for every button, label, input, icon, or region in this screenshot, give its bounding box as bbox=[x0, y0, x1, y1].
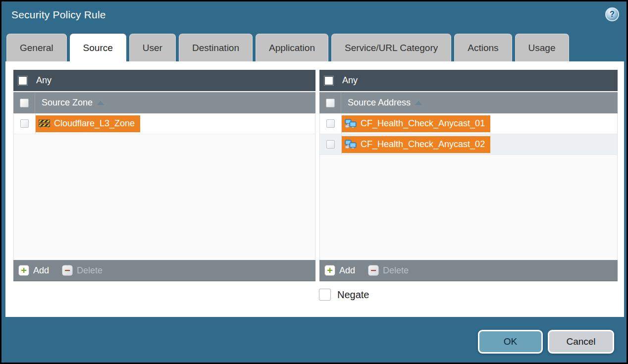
ok-button[interactable]: OK bbox=[478, 330, 543, 354]
sort-ascending-icon bbox=[415, 101, 422, 105]
address-icon bbox=[345, 119, 357, 128]
add-button-label: Add bbox=[339, 265, 355, 276]
source-address-column-header: Source Address bbox=[319, 91, 618, 113]
source-address-row-checkbox-1[interactable] bbox=[326, 119, 335, 128]
source-address-row-label-1: CF_Health_Check_Anycast_01 bbox=[361, 118, 485, 129]
source-address-row-label-2: CF_Health_Check_Anycast_02 bbox=[361, 139, 485, 150]
source-address-chip-2[interactable]: CF_Health_Check_Anycast_02 bbox=[342, 136, 490, 153]
source-zone-column-title[interactable]: Source Zone bbox=[42, 98, 104, 108]
source-address-any-bar: Any bbox=[319, 70, 618, 91]
source-zone-row[interactable]: Cloudflare_L3_Zone bbox=[14, 113, 315, 134]
delete-button-label: Delete bbox=[383, 265, 409, 276]
row-checkbox-cell bbox=[14, 113, 36, 134]
source-zone-column-label: Source Zone bbox=[42, 98, 93, 108]
zone-icon bbox=[39, 119, 50, 128]
source-address-row[interactable]: CF_Health_Check_Anycast_01 bbox=[320, 113, 617, 134]
negate-checkbox[interactable] bbox=[319, 289, 331, 301]
tab-user[interactable]: User bbox=[129, 34, 176, 61]
source-zone-select-all-cell bbox=[13, 92, 35, 113]
negate-row: Negate bbox=[319, 289, 369, 301]
source-zone-chip[interactable]: Cloudflare_L3_Zone bbox=[36, 115, 140, 132]
source-address-panel: Any Source Address bbox=[319, 70, 618, 281]
sort-ascending-icon bbox=[97, 101, 104, 105]
source-address-toolbar: + Add − Delete bbox=[319, 260, 618, 281]
source-zone-add-button[interactable]: + Add bbox=[18, 265, 49, 276]
source-zone-row-checkbox[interactable] bbox=[20, 119, 29, 128]
tab-general[interactable]: General bbox=[6, 34, 67, 61]
source-zone-list: Cloudflare_L3_Zone bbox=[13, 113, 315, 260]
source-address-row-checkbox-2[interactable] bbox=[326, 140, 335, 149]
tab-destination[interactable]: Destination bbox=[179, 34, 253, 61]
delete-button-label: Delete bbox=[77, 265, 103, 276]
source-address-any-label: Any bbox=[342, 75, 358, 86]
source-zone-any-checkbox[interactable] bbox=[18, 76, 28, 86]
address-icon bbox=[345, 140, 357, 149]
tab-bar: General Source User Destination Applicat… bbox=[6, 34, 569, 61]
add-plus-icon: + bbox=[324, 265, 335, 276]
source-address-row[interactable]: CF_Health_Check_Anycast_02 bbox=[320, 134, 617, 155]
add-button-label: Add bbox=[33, 265, 49, 276]
source-zone-delete-button[interactable]: − Delete bbox=[62, 265, 103, 276]
source-zone-any-label: Any bbox=[36, 75, 52, 86]
source-address-column-label: Source Address bbox=[348, 98, 411, 108]
tab-application[interactable]: Application bbox=[256, 34, 328, 61]
tab-source[interactable]: Source bbox=[70, 34, 126, 61]
delete-minus-icon: − bbox=[368, 265, 379, 276]
source-tab-content: Any Source Zone bbox=[5, 61, 624, 317]
source-zone-any-bar: Any bbox=[13, 70, 315, 91]
delete-minus-icon: − bbox=[62, 265, 73, 276]
tab-service-url-category[interactable]: Service/URL Category bbox=[331, 34, 451, 61]
tab-actions[interactable]: Actions bbox=[454, 34, 512, 61]
add-plus-icon: + bbox=[18, 265, 29, 276]
help-icon[interactable]: ? bbox=[605, 7, 619, 21]
source-address-any-checkbox[interactable] bbox=[324, 76, 334, 86]
source-address-list: CF_Health_Check_Anycast_01 bbox=[319, 113, 618, 260]
source-zone-row-label: Cloudflare_L3_Zone bbox=[54, 118, 135, 129]
cancel-button[interactable]: Cancel bbox=[548, 330, 614, 354]
source-address-select-all-cell bbox=[319, 92, 341, 113]
source-zone-toolbar: + Add − Delete bbox=[13, 260, 315, 281]
source-zone-column-header: Source Zone bbox=[13, 91, 315, 113]
source-address-add-button[interactable]: + Add bbox=[324, 265, 355, 276]
negate-label: Negate bbox=[337, 289, 369, 301]
source-zone-select-all-checkbox[interactable] bbox=[20, 99, 29, 107]
row-checkbox-cell bbox=[320, 113, 342, 134]
source-address-select-all-checkbox[interactable] bbox=[326, 99, 335, 107]
source-address-column-title[interactable]: Source Address bbox=[348, 98, 422, 108]
row-checkbox-cell bbox=[320, 134, 342, 155]
tab-usage[interactable]: Usage bbox=[515, 34, 569, 61]
source-zone-panel: Any Source Zone bbox=[13, 70, 315, 281]
help-icon-glyph: ? bbox=[610, 10, 615, 19]
dialog-title: Security Policy Rule bbox=[11, 9, 106, 21]
source-address-chip-1[interactable]: CF_Health_Check_Anycast_01 bbox=[342, 115, 490, 132]
security-policy-rule-dialog: Security Policy Rule ? General Source Us… bbox=[0, 0, 628, 364]
source-address-delete-button[interactable]: − Delete bbox=[368, 265, 409, 276]
